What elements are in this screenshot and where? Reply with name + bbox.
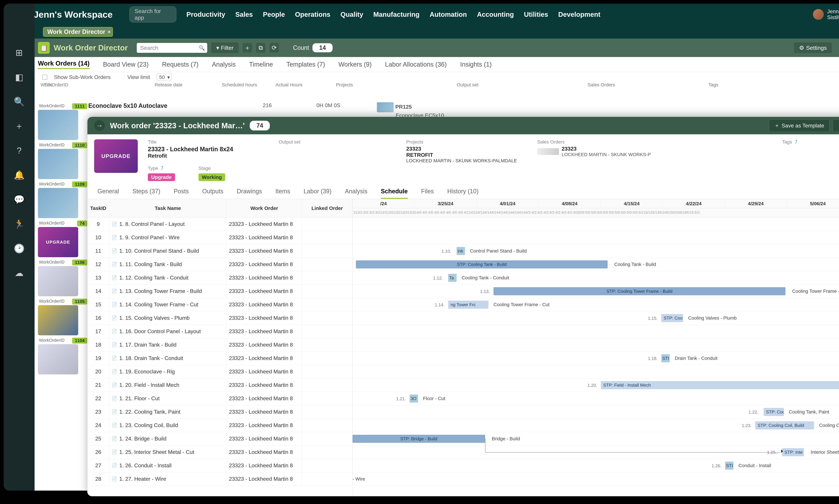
external-link-icon[interactable]: ⤴ <box>161 166 163 171</box>
dir-tab[interactable]: Work Orders (14) <box>38 60 90 69</box>
work-order-card[interactable]: WorkOrderID1110 <box>38 142 88 179</box>
search-app-input[interactable]: Search for app <box>129 6 176 22</box>
gantt-bar[interactable]: ng Tower Frc <box>448 301 488 309</box>
gantt-timeline[interactable]: /243/25/244/01/244/08/244/15/244/22/244/… <box>352 199 839 496</box>
detail-tab[interactable]: Drawings <box>237 188 262 199</box>
work-order-card[interactable]: WorkOrderID1105 <box>38 298 88 335</box>
add-button[interactable]: ＋ <box>243 43 252 53</box>
nav-automation[interactable]: Automation <box>430 11 467 18</box>
dir-tab[interactable]: Workers (9) <box>338 61 372 68</box>
chat-icon[interactable]: 💬 <box>14 195 24 204</box>
gantt-bar[interactable]: STP: Cooling Tower Frame - Build <box>493 287 785 295</box>
gantt-task-row[interactable]: 18📄1. 17. Drain Tank - Build23323 - Lock… <box>87 338 352 352</box>
bell-icon[interactable]: 🔔 <box>14 170 24 180</box>
gantt-task-row[interactable]: 28📄1. 27. Heater - Wire23323 - Lockheed … <box>87 472 352 486</box>
external-link-icon[interactable]: ⤴ <box>795 139 798 145</box>
gantt-bar[interactable]: STP: Coc <box>764 408 784 416</box>
nav-operations[interactable]: Operations <box>295 11 330 18</box>
gantt-task-row[interactable]: 20📄1. 19. Econoclave - Rig23323 - Lockhe… <box>87 365 352 378</box>
gantt-task-row[interactable]: 21📄1. 20. Field - Install Mech23323 - Lo… <box>87 378 352 392</box>
director-search-input[interactable]: Search <box>137 43 207 53</box>
gantt-task-row[interactable]: 24📄1. 23. Cooling Coil, Build23323 - Loc… <box>87 419 352 432</box>
dir-tab[interactable]: Insights (1) <box>460 61 492 68</box>
nav-development[interactable]: Development <box>558 11 600 18</box>
dir-tab[interactable]: Analysis <box>212 61 236 68</box>
gantt-bar[interactable]: STI <box>725 462 733 470</box>
work-order-card[interactable]: WorkOrderID1111 <box>38 103 88 140</box>
nav-accounting[interactable]: Accounting <box>477 11 514 18</box>
detail-tab[interactable]: Posts <box>174 188 189 199</box>
gantt-task-row[interactable]: 15📄1. 14. Cooling Tower Frame - Cut23323… <box>87 298 352 311</box>
gantt-bar[interactable]: STP: Bridge - Build <box>352 435 485 443</box>
gantt-bar[interactable]: ink <box>457 247 465 255</box>
copy-button[interactable]: ⧉ <box>256 43 265 53</box>
nav-productivity[interactable]: Productivity <box>187 11 225 18</box>
detail-tab[interactable]: Labor (39) <box>303 188 331 199</box>
gantt-bar[interactable]: STI <box>661 354 670 362</box>
dashboard-icon[interactable]: ◧ <box>14 72 24 82</box>
first-wo-row[interactable]: Econoclave 5x10 Autoclave 216 0H 0M 0S P… <box>88 102 839 119</box>
work-order-card[interactable]: WorkOrderID1106 <box>38 259 88 296</box>
work-order-card[interactable]: WorkOrderID1109 <box>38 181 88 218</box>
detail-tab[interactable]: Steps (37) <box>133 188 160 199</box>
gantt-task-row[interactable]: 23📄1. 22. Cooling Tank, Paint23323 - Loc… <box>87 405 352 419</box>
apps-grid-icon[interactable]: ⊞ <box>14 48 24 58</box>
gantt-task-row[interactable]: 17📄1. 16. Door Control Panel - Layout233… <box>87 325 352 338</box>
gantt-bar[interactable]: Ta <box>448 274 457 282</box>
view-limit-select[interactable]: 50 <box>157 73 172 81</box>
plus-icon[interactable]: ＋ <box>14 121 24 131</box>
tab-work-order-director[interactable]: Work Order Director× <box>43 27 113 37</box>
gantt-task-row[interactable]: 12📄1. 11. Cooling Tank - Build23323 - Lo… <box>87 258 352 271</box>
nav-sales[interactable]: Sales <box>235 11 253 18</box>
gantt-bar[interactable]: STP: Inte <box>782 448 804 456</box>
gantt-task-row[interactable]: 16📄1. 15. Cooling Valves - Plumb23323 - … <box>87 311 352 325</box>
gantt-task-row[interactable]: 27📄1. 26. Conduit - Install23323 - Lockh… <box>87 459 352 472</box>
detail-tab[interactable]: Analysis <box>345 188 367 199</box>
detail-tab[interactable]: General <box>98 188 119 199</box>
gantt-task-row[interactable]: 19📄1. 18. Drain Tank - Conduit23323 - Lo… <box>87 352 352 365</box>
dir-tab[interactable]: Board View (23) <box>103 61 149 68</box>
nav-quality[interactable]: Quality <box>340 11 363 18</box>
archive-button[interactable]: 🗄 Archive <box>833 119 839 132</box>
detail-tab[interactable]: Files <box>421 188 434 199</box>
gantt-bar[interactable]: STP: Cooling Coil, Build <box>755 421 814 429</box>
settings-button[interactable]: ⚙ Settings <box>794 42 832 53</box>
gantt-task-row[interactable]: 9📄1. 8. Control Panel - Layout23323 - Lo… <box>87 217 352 231</box>
filter-button[interactable]: ▾ Filter <box>211 42 239 53</box>
work-order-card[interactable]: WorkOrderID74 <box>38 220 88 257</box>
dir-tab[interactable]: Timeline <box>249 61 273 68</box>
run-icon[interactable]: 🏃 <box>14 219 24 229</box>
gantt-task-row[interactable]: 14📄1. 13. Cooling Tower Frame - Build233… <box>87 285 352 298</box>
nav-manufacturing[interactable]: Manufacturing <box>373 11 420 18</box>
show-sub-checkbox[interactable] <box>42 75 47 79</box>
dir-tab[interactable]: Templates (7) <box>286 61 325 68</box>
detail-tab[interactable]: Items <box>275 188 290 199</box>
close-tab-icon[interactable]: × <box>108 29 111 35</box>
gantt-task-row[interactable]: 22📄1. 21. Floor - Cut23323 - Lockheed Ma… <box>87 392 352 405</box>
nav-people[interactable]: People <box>263 11 285 18</box>
gantt-bar[interactable]: 3O <box>409 395 418 402</box>
cloud-upload-icon[interactable]: ☁ <box>14 268 24 278</box>
detail-tab[interactable]: Outputs <box>202 188 223 199</box>
gantt-task-row[interactable]: 26📄1. 25. Interior Sheet Metal - Cut2332… <box>87 446 352 459</box>
nav-utilities[interactable]: Utilities <box>524 11 548 18</box>
dir-tab[interactable]: Requests (7) <box>162 61 198 68</box>
gantt-task-row[interactable]: 25📄1. 24. Bridge - Build23323 - Lockheed… <box>87 432 352 446</box>
gantt-bar[interactable]: STP: Field - Install Mech <box>601 381 839 389</box>
gantt-bar[interactable]: STP: Cooling Tank - Build <box>356 260 608 268</box>
user-menu[interactable]: Jennifer Sistilli <box>813 8 839 20</box>
detail-tab[interactable]: Schedule <box>381 188 408 199</box>
help-icon[interactable]: ? <box>14 146 24 156</box>
detail-tab[interactable]: History (10) <box>447 188 478 199</box>
work-order-card[interactable]: WorkOrderID1104 <box>38 337 88 374</box>
gantt-task-row[interactable]: 11📄1. 10. Control Panel Stand - Build233… <box>87 244 352 258</box>
gantt-task-row[interactable]: 13📄1. 12. Cooling Tank - Conduit23323 - … <box>87 271 352 285</box>
back-button[interactable]: → <box>94 120 105 131</box>
gantt-task-row[interactable]: 10📄1. 9. Control Panel - Wire23323 - Loc… <box>87 231 352 244</box>
gantt-bar[interactable]: STP: Coo <box>661 314 683 322</box>
refresh-button[interactable]: ⟳ <box>269 43 279 53</box>
dir-tab[interactable]: Labor Allocations (36) <box>385 61 447 68</box>
search-icon[interactable]: 🔍 <box>14 96 24 107</box>
save-as-template-button[interactable]: ＋ Save as Template <box>769 119 829 132</box>
clock-icon[interactable]: 🕑 <box>14 244 24 253</box>
